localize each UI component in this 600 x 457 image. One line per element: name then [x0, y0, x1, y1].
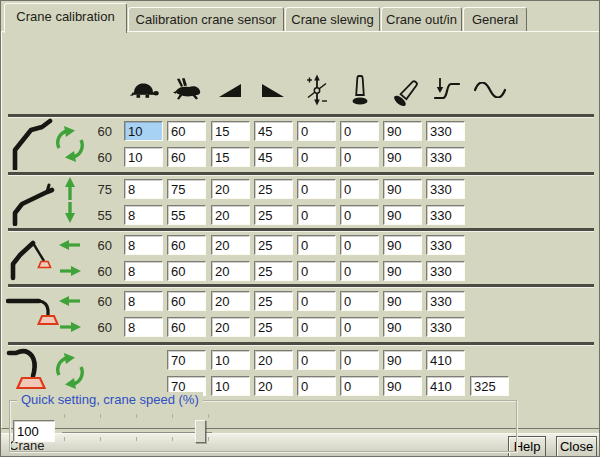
param-input[interactable] [297, 121, 336, 141]
param-input[interactable] [340, 376, 379, 396]
param-input[interactable] [211, 350, 250, 370]
param-input[interactable] [426, 235, 465, 255]
param-input[interactable] [167, 235, 206, 255]
param-input[interactable] [167, 205, 206, 225]
tab-crane-slewing[interactable]: Crane slewing [285, 7, 380, 32]
param-input[interactable] [340, 121, 379, 141]
param-input[interactable] [426, 261, 465, 281]
up-down-arrows-icon [65, 177, 75, 223]
crane-speed-slider-thumb[interactable] [195, 420, 206, 443]
param-input[interactable] [297, 317, 336, 337]
param-input[interactable] [211, 147, 250, 167]
param-input[interactable] [211, 205, 250, 225]
param-input[interactable] [383, 350, 422, 370]
param-input[interactable] [426, 317, 465, 337]
param-input[interactable] [340, 261, 379, 281]
calibration-panel: 60 60 75 [1, 31, 600, 429]
param-input[interactable] [297, 350, 336, 370]
param-input[interactable] [426, 147, 465, 167]
param-input[interactable] [340, 147, 379, 167]
crane-speed-slider-track[interactable] [62, 432, 212, 434]
slider-tick [172, 437, 173, 441]
param-input[interactable] [167, 121, 206, 141]
param-input[interactable] [426, 350, 465, 370]
slider-tick [64, 414, 65, 418]
param-input[interactable] [211, 261, 250, 281]
param-input[interactable] [297, 376, 336, 396]
param-input[interactable] [340, 179, 379, 199]
param-input[interactable] [124, 235, 163, 255]
param-input[interactable] [297, 179, 336, 199]
param-input[interactable] [340, 350, 379, 370]
close-button[interactable]: Close [556, 436, 597, 457]
tab-general[interactable]: General [463, 7, 527, 32]
param-input[interactable] [254, 235, 293, 255]
param-input[interactable] [297, 261, 336, 281]
step-response-icon [434, 76, 460, 104]
param-input[interactable] [124, 261, 163, 281]
param-input[interactable] [383, 261, 422, 281]
param-input[interactable] [211, 376, 250, 396]
param-input[interactable] [211, 317, 250, 337]
lever-tilted-icon [388, 76, 418, 106]
tab-calibration-crane-sensor[interactable]: Calibration crane sensor [128, 7, 284, 32]
param-input[interactable] [124, 121, 163, 141]
param-input[interactable] [383, 317, 422, 337]
param-input[interactable] [254, 261, 293, 281]
param-input[interactable] [297, 147, 336, 167]
param-input[interactable] [383, 205, 422, 225]
param-input[interactable] [254, 291, 293, 311]
param-input[interactable] [254, 376, 293, 396]
tab-crane-out-in[interactable]: Crane out/in [381, 7, 462, 32]
param-input[interactable] [383, 179, 422, 199]
row-label: 60 [84, 317, 112, 338]
param-input[interactable] [124, 317, 163, 337]
param-input[interactable] [211, 121, 250, 141]
param-input[interactable] [383, 291, 422, 311]
param-input[interactable] [340, 317, 379, 337]
param-input[interactable] [383, 376, 422, 396]
param-input[interactable] [297, 291, 336, 311]
param-input[interactable] [124, 179, 163, 199]
param-input[interactable] [167, 291, 206, 311]
param-input[interactable] [470, 376, 509, 396]
param-input[interactable] [297, 205, 336, 225]
param-input[interactable] [167, 179, 206, 199]
param-input[interactable] [383, 235, 422, 255]
param-input[interactable] [124, 147, 163, 167]
param-input[interactable] [124, 205, 163, 225]
param-input[interactable] [211, 291, 250, 311]
param-input[interactable] [426, 205, 465, 225]
param-input[interactable] [383, 147, 422, 167]
param-input[interactable] [167, 261, 206, 281]
param-input[interactable] [254, 147, 293, 167]
param-input[interactable] [426, 291, 465, 311]
param-input[interactable] [254, 205, 293, 225]
tab-crane-calibration[interactable]: Crane calibration [4, 3, 127, 33]
param-input[interactable] [340, 235, 379, 255]
param-input[interactable] [383, 121, 422, 141]
param-input[interactable] [211, 179, 250, 199]
param-input[interactable] [426, 121, 465, 141]
param-input[interactable] [254, 121, 293, 141]
param-input[interactable] [254, 317, 293, 337]
slider-tick [136, 414, 137, 418]
param-input[interactable] [426, 179, 465, 199]
crane-speed-input[interactable] [13, 420, 55, 442]
slider-tick [100, 414, 101, 418]
param-input[interactable] [254, 179, 293, 199]
param-input[interactable] [167, 317, 206, 337]
rotator-icon [6, 344, 120, 396]
param-input[interactable] [211, 235, 250, 255]
param-input[interactable] [340, 291, 379, 311]
param-input[interactable] [167, 147, 206, 167]
param-input[interactable] [340, 205, 379, 225]
param-input[interactable] [297, 235, 336, 255]
param-input[interactable] [254, 350, 293, 370]
left-right-arrows-icon [59, 240, 81, 276]
param-input[interactable] [426, 376, 465, 396]
param-input[interactable] [124, 291, 163, 311]
param-input[interactable] [167, 350, 206, 370]
slider-tick [136, 437, 137, 441]
sine-wave-icon [474, 82, 506, 98]
